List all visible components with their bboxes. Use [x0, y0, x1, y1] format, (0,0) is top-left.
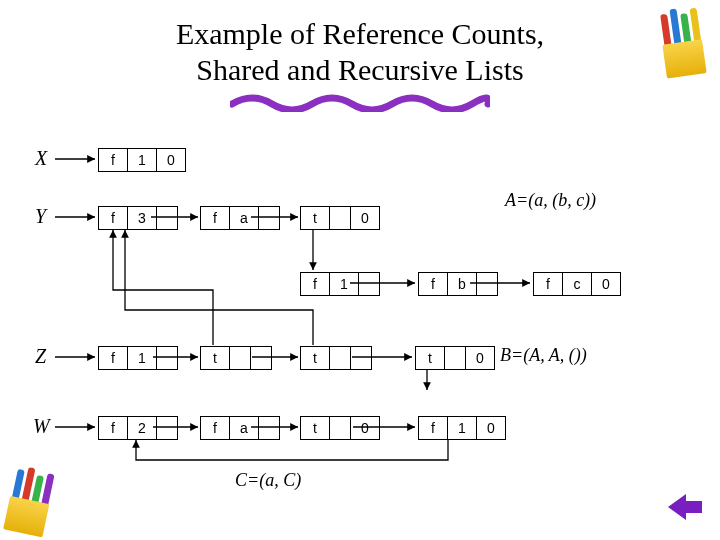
cell-val: c: [563, 273, 592, 295]
diagram-stage: X Y Z W f 1 0 f 3 f a t 0 f 1 f b f c 0: [0, 120, 720, 540]
node-m1: f 1: [300, 272, 380, 296]
cell-tag: f: [534, 273, 563, 295]
cell-tag: f: [419, 417, 448, 439]
node-w3: t 0: [300, 416, 380, 440]
cell-tag: f: [99, 207, 128, 229]
cell-tag: t: [301, 347, 330, 369]
cell-ptr: [157, 417, 177, 439]
cell-ref: 1: [330, 273, 359, 295]
cell-next: 0: [466, 347, 494, 369]
cell-ptr: [259, 417, 279, 439]
node-w2: f a: [200, 416, 280, 440]
node-y: f 3: [98, 206, 178, 230]
eq-b: B=(A, A, ()): [500, 345, 587, 366]
node-x: f 1 0: [98, 148, 186, 172]
cell-tag: f: [301, 273, 330, 295]
cell-tag: t: [301, 417, 330, 439]
cell-ptr: [330, 347, 351, 369]
eq-a: A=(a, (b, c)): [505, 190, 596, 211]
cell-ptr: [477, 273, 497, 295]
slide-title: Example of Reference Counts, Shared and …: [0, 0, 720, 88]
node-m3: f c 0: [533, 272, 621, 296]
connector-arrows: [0, 120, 720, 540]
cell-ptr: [157, 347, 177, 369]
cell-tag: t: [416, 347, 445, 369]
cell-tag: f: [99, 417, 128, 439]
title-line-1: Example of Reference Counts,: [176, 17, 544, 50]
cell-ptr: [330, 207, 351, 229]
cell-val: a: [230, 207, 259, 229]
node-w4: f 1 0: [418, 416, 506, 440]
node-y2: f a: [200, 206, 280, 230]
node-m2: f b: [418, 272, 498, 296]
node-z4: t 0: [415, 346, 495, 370]
cell-tag: f: [99, 149, 128, 171]
eq-c: C=(a, C): [235, 470, 301, 491]
cell-ref: 1: [128, 347, 157, 369]
row-label-x: X: [35, 147, 47, 170]
cell-next: 0: [351, 207, 379, 229]
cell-ref: 2: [128, 417, 157, 439]
node-z: f 1: [98, 346, 178, 370]
cell-next: 0: [157, 149, 185, 171]
cell-next: 0: [351, 417, 379, 439]
cell-ptr: [330, 417, 351, 439]
cell-ptr2: [251, 347, 271, 369]
back-arrow-icon[interactable]: [668, 494, 702, 520]
row-label-z: Z: [35, 345, 46, 368]
cell-tag: f: [201, 417, 230, 439]
cell-val: a: [230, 417, 259, 439]
node-y3: t 0: [300, 206, 380, 230]
row-label-y: Y: [35, 205, 46, 228]
cell-tag: t: [201, 347, 230, 369]
cell-tag: f: [419, 273, 448, 295]
cell-ref: 3: [128, 207, 157, 229]
svg-marker-16: [668, 494, 702, 520]
cell-tag: f: [201, 207, 230, 229]
cell-ptr2: [351, 347, 371, 369]
cell-ref: 1: [448, 417, 477, 439]
node-w: f 2: [98, 416, 178, 440]
title-underline-squiggle: [230, 92, 490, 112]
cell-ptr: [230, 347, 251, 369]
cell-ref: 1: [128, 149, 157, 171]
cell-ptr: [359, 273, 379, 295]
cell-val: b: [448, 273, 477, 295]
cell-next: 0: [477, 417, 505, 439]
node-z2: t: [200, 346, 272, 370]
cell-tag: f: [99, 347, 128, 369]
cell-next: 0: [592, 273, 620, 295]
cell-tag: t: [301, 207, 330, 229]
title-line-2: Shared and Recursive Lists: [196, 53, 523, 86]
cell-ptr: [259, 207, 279, 229]
cell-ptr: [445, 347, 466, 369]
node-z3: t: [300, 346, 372, 370]
crayon-box-decoration: [653, 3, 710, 79]
cell-ptr: [157, 207, 177, 229]
row-label-w: W: [33, 415, 50, 438]
